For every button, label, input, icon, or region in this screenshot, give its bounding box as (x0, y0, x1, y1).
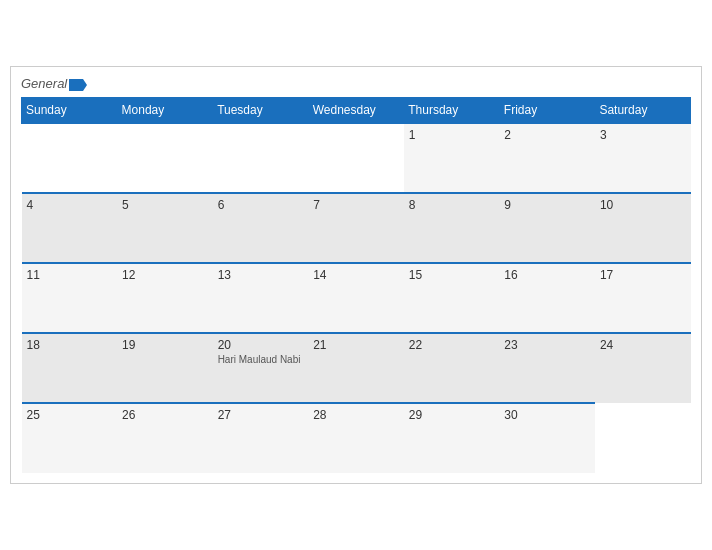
day-number: 29 (409, 408, 495, 422)
day-number: 22 (409, 338, 495, 352)
calendar-cell: 19 (117, 333, 213, 403)
calendar-container: General SundayMondayTuesdayWednesdayThur… (10, 66, 702, 484)
day-header-friday: Friday (499, 98, 595, 124)
calendar-week-row: 45678910 (22, 193, 691, 263)
calendar-week-row: 123 (22, 123, 691, 193)
calendar-cell: 9 (499, 193, 595, 263)
day-number: 13 (218, 268, 304, 282)
day-number: 28 (313, 408, 399, 422)
calendar-cell: 11 (22, 263, 118, 333)
calendar-cell: 13 (213, 263, 309, 333)
calendar-table: SundayMondayTuesdayWednesdayThursdayFrid… (21, 97, 691, 473)
calendar-cell: 25 (22, 403, 118, 473)
calendar-cell: 16 (499, 263, 595, 333)
day-number: 12 (122, 268, 208, 282)
calendar-week-row: 252627282930 (22, 403, 691, 473)
calendar-cell: 7 (308, 193, 404, 263)
calendar-cell: 8 (404, 193, 500, 263)
calendar-cell: 27 (213, 403, 309, 473)
calendar-cell: 24 (595, 333, 691, 403)
day-number: 11 (27, 268, 113, 282)
calendar-cell: 3 (595, 123, 691, 193)
calendar-cell (117, 123, 213, 193)
calendar-cell: 17 (595, 263, 691, 333)
logo-flag-icon (69, 79, 87, 91)
day-number: 18 (27, 338, 113, 352)
day-number: 6 (218, 198, 304, 212)
calendar-cell (213, 123, 309, 193)
calendar-cell: 23 (499, 333, 595, 403)
day-number: 23 (504, 338, 590, 352)
calendar-header: General (21, 77, 691, 87)
calendar-cell: 28 (308, 403, 404, 473)
day-number: 19 (122, 338, 208, 352)
days-header-row: SundayMondayTuesdayWednesdayThursdayFrid… (22, 98, 691, 124)
calendar-week-row: 181920Hari Maulaud Nabi21222324 (22, 333, 691, 403)
day-number: 4 (27, 198, 113, 212)
day-number: 1 (409, 128, 495, 142)
calendar-cell (22, 123, 118, 193)
day-number: 15 (409, 268, 495, 282)
svg-rect-0 (69, 79, 83, 91)
day-number: 5 (122, 198, 208, 212)
calendar-cell: 26 (117, 403, 213, 473)
day-header-sunday: Sunday (22, 98, 118, 124)
day-number: 30 (504, 408, 590, 422)
calendar-cell: 29 (404, 403, 500, 473)
day-number: 10 (600, 198, 686, 212)
calendar-cell: 6 (213, 193, 309, 263)
day-number: 27 (218, 408, 304, 422)
day-number: 14 (313, 268, 399, 282)
day-number: 24 (600, 338, 686, 352)
calendar-cell (308, 123, 404, 193)
day-header-wednesday: Wednesday (308, 98, 404, 124)
day-header-thursday: Thursday (404, 98, 500, 124)
day-header-tuesday: Tuesday (213, 98, 309, 124)
day-number: 16 (504, 268, 590, 282)
logo: General (21, 77, 87, 91)
calendar-cell: 21 (308, 333, 404, 403)
day-header-saturday: Saturday (595, 98, 691, 124)
day-number: 7 (313, 198, 399, 212)
day-number: 26 (122, 408, 208, 422)
day-number: 21 (313, 338, 399, 352)
calendar-cell: 22 (404, 333, 500, 403)
calendar-cell: 2 (499, 123, 595, 193)
calendar-cell: 5 (117, 193, 213, 263)
holiday-name: Hari Maulaud Nabi (218, 354, 304, 365)
calendar-cell: 4 (22, 193, 118, 263)
calendar-cell (595, 403, 691, 473)
calendar-week-row: 11121314151617 (22, 263, 691, 333)
day-number: 3 (600, 128, 686, 142)
calendar-cell: 18 (22, 333, 118, 403)
logo-general-text: General (21, 77, 87, 91)
calendar-cell: 20Hari Maulaud Nabi (213, 333, 309, 403)
calendar-cell: 12 (117, 263, 213, 333)
day-number: 17 (600, 268, 686, 282)
calendar-cell: 30 (499, 403, 595, 473)
svg-marker-1 (83, 79, 87, 91)
day-number: 9 (504, 198, 590, 212)
day-number: 20 (218, 338, 304, 352)
day-number: 2 (504, 128, 590, 142)
calendar-cell: 10 (595, 193, 691, 263)
day-header-monday: Monday (117, 98, 213, 124)
day-number: 8 (409, 198, 495, 212)
day-number: 25 (27, 408, 113, 422)
calendar-cell: 15 (404, 263, 500, 333)
calendar-cell: 1 (404, 123, 500, 193)
calendar-cell: 14 (308, 263, 404, 333)
